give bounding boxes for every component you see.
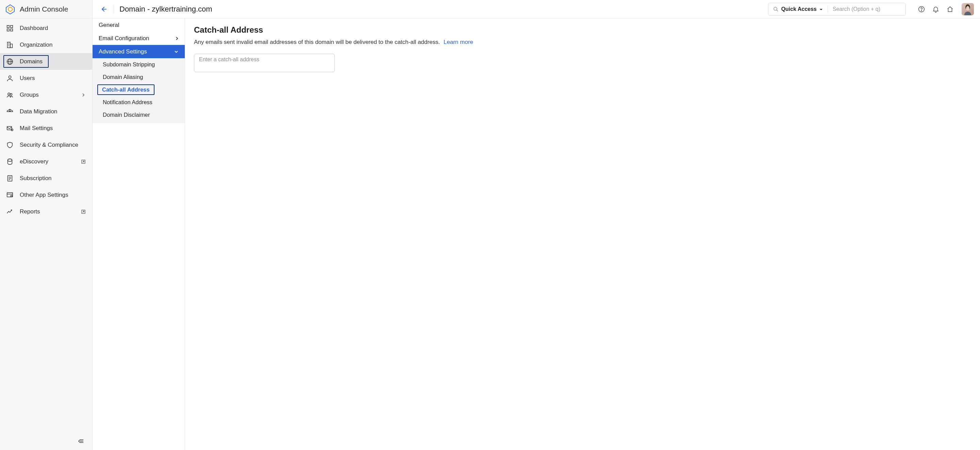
archive-icon (6, 158, 14, 166)
back-button[interactable] (99, 5, 108, 14)
svg-point-14 (8, 93, 10, 95)
subnav-child-label: Catch-all Address (102, 86, 150, 93)
sidebar-item-dashboard[interactable]: Dashboard (0, 20, 92, 37)
chevron-right-icon (175, 36, 179, 41)
sidebar-nav: Dashboard Organization Domains Users Gro… (0, 18, 92, 434)
svg-rect-1 (7, 25, 9, 27)
svg-rect-6 (10, 44, 12, 48)
sidebar-item-organization[interactable]: Organization (0, 37, 92, 53)
group-icon (6, 91, 14, 99)
subnav-children: Subdomain Stripping Domain Aliasing Catc… (92, 58, 185, 123)
user-icon (6, 75, 14, 82)
sidebar-item-domains[interactable]: Domains (0, 53, 92, 70)
nav-label: Mail Settings (20, 125, 86, 132)
subnav-label: Advanced Settings (99, 48, 147, 55)
subnav-label: General (99, 22, 119, 29)
topbar: Domain - zylkertraining.com Quick Access (92, 0, 980, 18)
sidebar-item-groups[interactable]: Groups (0, 86, 92, 103)
quick-access-dropdown[interactable]: Quick Access (768, 3, 827, 15)
sidebar-item-mail-settings[interactable]: Mail Settings (0, 120, 92, 137)
subnav-child-label: Subdomain Stripping (103, 61, 155, 68)
svg-point-15 (10, 93, 12, 95)
svg-rect-4 (11, 29, 13, 30)
collapse-sidebar-icon[interactable] (77, 439, 84, 445)
nav-label: Groups (20, 92, 75, 98)
subnav-email-config[interactable]: Email Configuration (92, 32, 185, 45)
sidebar-item-reports[interactable]: Reports (0, 203, 92, 220)
nav-label: Reports (20, 208, 75, 215)
globe-icon (6, 58, 14, 65)
svg-rect-2 (11, 25, 13, 27)
svg-point-26 (11, 195, 12, 197)
apps-icon (6, 191, 14, 199)
external-link-icon (81, 159, 86, 164)
migration-icon (6, 108, 14, 115)
search-icon (773, 6, 778, 12)
building-icon (6, 41, 14, 49)
subnav-advanced-settings[interactable]: Advanced Settings (92, 45, 185, 58)
help-icon[interactable] (917, 5, 926, 13)
subnav-domain-aliasing[interactable]: Domain Aliasing (92, 71, 185, 83)
svg-rect-5 (8, 42, 10, 48)
svg-line-33 (776, 10, 778, 11)
chevron-down-icon (174, 50, 179, 53)
divider (114, 5, 114, 14)
content-panel: Catch-all Address Any emails sent invali… (185, 18, 980, 450)
subnav-child-label: Domain Aliasing (103, 74, 143, 80)
nav-label: Other App Settings (20, 191, 86, 198)
nav-label: Subscription (20, 175, 86, 182)
sidebar-header: Admin Console (0, 0, 92, 18)
svg-rect-24 (7, 192, 13, 197)
svg-point-18 (8, 159, 12, 161)
dashboard-icon (6, 24, 14, 32)
quick-search: Quick Access (768, 3, 906, 16)
nav-label: Organization (20, 41, 86, 48)
subnav-label: Email Configuration (99, 35, 149, 42)
nav-label: Data Migration (20, 108, 86, 115)
external-link-icon (81, 209, 86, 214)
nav-label: Users (20, 75, 86, 82)
chart-icon (6, 208, 14, 215)
panel-heading: Catch-all Address (194, 25, 971, 35)
chevron-right-icon (81, 92, 86, 98)
receipt-icon (6, 175, 14, 182)
subnav-domain-disclaimer[interactable]: Domain Disclaimer (92, 109, 185, 121)
nav-label: eDiscovery (20, 158, 75, 165)
sidebar: Admin Console Dashboard Organization Dom… (0, 0, 92, 450)
sidebar-item-ediscovery[interactable]: eDiscovery (0, 153, 92, 170)
svg-point-35 (921, 10, 921, 11)
sidebar-item-security[interactable]: Security & Compliance (0, 137, 92, 153)
learn-more-link[interactable]: Learn more (444, 39, 473, 45)
sidebar-item-other-apps[interactable]: Other App Settings (0, 187, 92, 203)
svg-rect-3 (7, 29, 9, 30)
sidebar-footer (0, 434, 92, 450)
avatar[interactable] (962, 3, 974, 15)
mail-gear-icon (6, 124, 14, 132)
catch-all-input[interactable] (194, 54, 335, 72)
logo-icon (5, 4, 16, 14)
nav-label: Domains (20, 58, 86, 65)
subnav-catch-all[interactable]: Catch-all Address Catch-all Address (92, 83, 185, 96)
app-title: Admin Console (20, 5, 68, 13)
subnav: General Email Configuration Advanced Set… (92, 18, 185, 450)
subnav-child-label: Notification Address (103, 99, 153, 105)
quick-access-label: Quick Access (781, 6, 817, 12)
subnav-general[interactable]: General (92, 18, 185, 32)
sidebar-item-data-migration[interactable]: Data Migration (0, 103, 92, 120)
sidebar-item-subscription[interactable]: Subscription (0, 170, 92, 187)
subnav-subdomain-stripping[interactable]: Subdomain Stripping (92, 58, 185, 71)
shield-icon (6, 141, 14, 149)
caret-down-icon (819, 6, 823, 12)
nav-label: Dashboard (20, 25, 86, 32)
sidebar-item-users[interactable]: Users (0, 70, 92, 86)
nav-label: Security & Compliance (20, 142, 86, 148)
svg-point-13 (8, 75, 11, 78)
subnav-child-label: Domain Disclaimer (103, 112, 150, 118)
search-input[interactable] (828, 3, 905, 15)
bell-icon[interactable] (932, 5, 940, 13)
home-icon[interactable] (946, 5, 954, 13)
svg-point-32 (774, 7, 777, 10)
panel-description: Any emails sent invalid email addresses … (194, 39, 971, 46)
subnav-notification-address[interactable]: Notification Address (92, 96, 185, 109)
page-title: Domain - zylkertraining.com (119, 5, 212, 14)
